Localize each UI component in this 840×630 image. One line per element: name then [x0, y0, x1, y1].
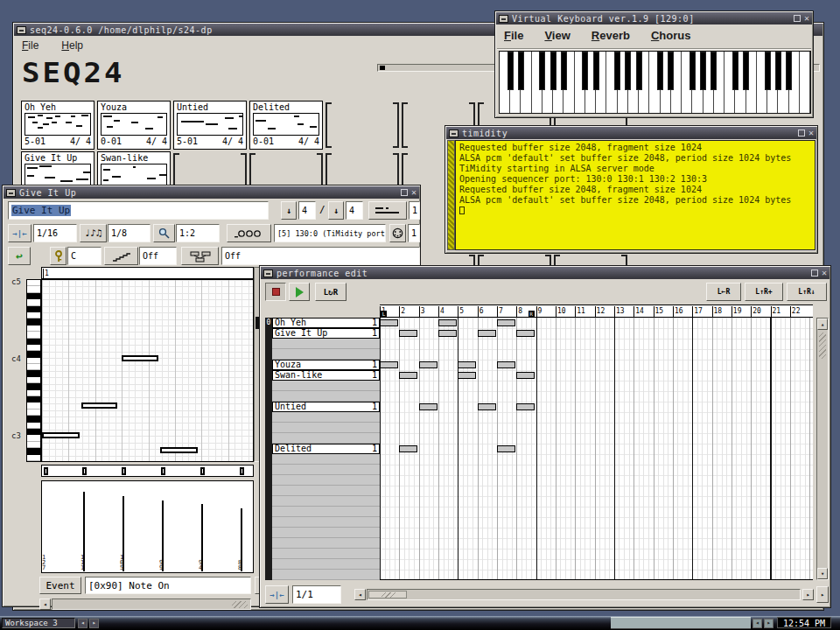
event-type-field[interactable]: [0x90] Note On — [85, 577, 251, 594]
menu-view[interactable]: View — [544, 29, 570, 42]
play-button[interactable] — [289, 283, 310, 301]
piano-key-row[interactable] — [27, 351, 40, 357]
black-key[interactable] — [636, 52, 642, 90]
expand-button[interactable]: L↑R+ — [745, 283, 783, 301]
piano-key-row[interactable] — [27, 286, 40, 292]
track-row-empty[interactable] — [272, 559, 380, 570]
song-block[interactable] — [458, 361, 476, 368]
track-row-empty[interactable] — [272, 454, 380, 465]
track-row-empty[interactable] — [272, 517, 380, 528]
song-block[interactable] — [419, 361, 438, 368]
background-sequence-icon-button[interactable] — [181, 247, 219, 265]
song-block[interactable] — [478, 330, 496, 337]
pattern-slot-delited[interactable]: Delited0-014/ 4 — [249, 101, 323, 150]
piano-key-row[interactable] — [27, 423, 40, 429]
piano-key-row[interactable] — [27, 345, 40, 351]
minimize-icon[interactable] — [499, 15, 508, 23]
track-row-empty[interactable] — [272, 391, 380, 402]
black-key[interactable] — [550, 52, 556, 90]
black-key[interactable] — [668, 52, 674, 90]
piano-key-row[interactable] — [27, 332, 40, 338]
track-row-empty[interactable] — [272, 496, 380, 507]
terminal-scrollbar[interactable] — [447, 140, 455, 250]
resize-grip[interactable] — [232, 601, 248, 608]
track-row-empty[interactable] — [272, 486, 380, 496]
song-block[interactable] — [497, 319, 515, 326]
track-row-empty[interactable] — [272, 381, 380, 391]
track-row-empty[interactable] — [272, 570, 380, 580]
midi-channel-icon-button[interactable] — [389, 224, 406, 242]
grid-snap-icon-button[interactable] — [368, 201, 407, 220]
black-key[interactable] — [508, 52, 514, 90]
scrollbar-thumb[interactable] — [368, 591, 407, 598]
timidity-titlebar[interactable]: timidity ✕ — [446, 127, 816, 139]
piano-key-row[interactable] — [27, 280, 40, 286]
song-vertical-scrollbar[interactable]: ▴ ▾ — [816, 318, 829, 580]
scrollbar-thumb[interactable] — [819, 332, 826, 359]
track-row-empty[interactable] — [272, 507, 380, 517]
black-key[interactable] — [732, 52, 738, 90]
piano-key-row[interactable] — [27, 442, 40, 448]
note-length-icon-button[interactable]: ♩♪♫ — [80, 224, 107, 242]
menu-file[interactable]: File — [22, 39, 38, 52]
track-row-empty[interactable] — [272, 433, 380, 444]
song-block[interactable] — [516, 372, 535, 379]
pattern-slot-youza[interactable]: Youza0-014/ 4 — [97, 101, 171, 150]
beat-width-button[interactable]: ↓ — [328, 201, 344, 220]
piano-key-row[interactable] — [27, 416, 40, 422]
black-key[interactable] — [690, 52, 696, 90]
tray-next-arrow[interactable]: ▸ — [764, 619, 774, 628]
maximize-icon[interactable] — [401, 189, 408, 196]
black-key[interactable] — [625, 52, 631, 90]
track-row-give-it-up[interactable]: Give It Up1 — [272, 328, 380, 339]
song-block[interactable] — [438, 330, 457, 337]
black-key[interactable] — [775, 52, 781, 90]
track-row-empty[interactable] — [272, 412, 380, 423]
piano-key-row[interactable] — [27, 383, 40, 389]
minimize-icon[interactable] — [449, 130, 458, 137]
track-row-empty[interactable] — [272, 549, 380, 559]
track-row-empty[interactable] — [272, 465, 380, 475]
white-key[interactable] — [800, 52, 810, 113]
minimize-icon[interactable] — [17, 26, 26, 34]
song-block[interactable] — [497, 361, 515, 368]
piano-key-row[interactable] — [27, 312, 40, 318]
close-icon[interactable]: ✕ — [822, 269, 827, 277]
menu-reverb[interactable]: Reverb — [592, 29, 630, 42]
song-block[interactable] — [516, 403, 535, 410]
song-grid[interactable] — [380, 318, 813, 580]
velocity-pane[interactable]: 1 2 71 1 11 0 59 99 48 8 — [41, 480, 254, 573]
song-block[interactable] — [516, 330, 535, 337]
track-row-untied[interactable]: Untied1 — [272, 402, 380, 412]
midi-bus-icon-button[interactable] — [227, 224, 271, 242]
grow-shrink-button[interactable]: →|← — [265, 585, 289, 604]
track-row-empty[interactable] — [272, 423, 380, 433]
piano-key-row[interactable] — [27, 326, 40, 332]
track-row-empty[interactable] — [272, 349, 380, 360]
piano-key-row[interactable] — [27, 339, 40, 345]
loop-button[interactable]: L↻R — [315, 283, 346, 301]
tray-prev-arrow[interactable]: ◂ — [752, 619, 762, 628]
slider-thumb[interactable] — [380, 66, 385, 70]
event-tick[interactable] — [82, 467, 87, 475]
song-block[interactable] — [419, 403, 438, 410]
track-row-empty[interactable] — [272, 528, 380, 538]
performance-titlebar[interactable]: performance edit ✕ — [261, 267, 830, 279]
black-key[interactable] — [700, 52, 706, 90]
stop-button[interactable] — [265, 283, 286, 301]
piano-key-column[interactable] — [26, 279, 41, 462]
piano-key-row[interactable] — [27, 455, 40, 461]
black-key[interactable] — [614, 52, 620, 90]
workspace-indicator[interactable]: Workspace 3 — [2, 618, 75, 628]
close-icon[interactable]: ✕ — [411, 188, 416, 197]
piano-key-row[interactable] — [27, 306, 40, 312]
song-block[interactable] — [399, 445, 417, 452]
pattern-slot-oh-yeh[interactable]: Oh Yeh5-014/ 4 — [21, 101, 94, 150]
piano-keyboard[interactable] — [499, 51, 811, 114]
collapse-button[interactable]: L←R — [706, 283, 741, 301]
black-key[interactable] — [765, 52, 771, 90]
song-block[interactable] — [380, 361, 398, 368]
scroll-up-arrow[interactable]: ▴ — [817, 318, 828, 330]
piano-key-row[interactable] — [27, 410, 40, 416]
piano-key-row[interactable] — [27, 370, 40, 376]
